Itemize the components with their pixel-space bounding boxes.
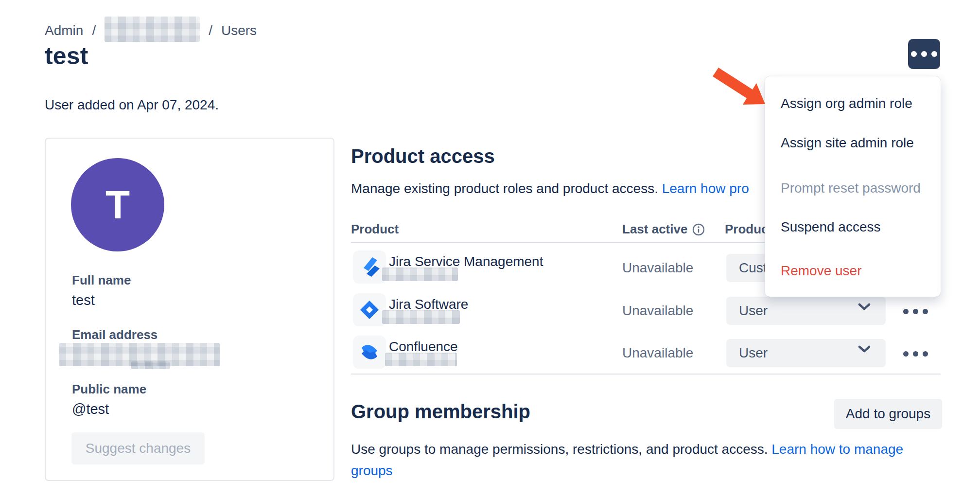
- more-dots-icon: [913, 309, 918, 314]
- redacted-product-subtitle: [385, 353, 457, 366]
- jira-software-icon: [353, 293, 386, 326]
- breadcrumb-users-link[interactable]: Users: [221, 23, 257, 38]
- role-select-jira-software[interactable]: User: [726, 297, 886, 325]
- row-more-button[interactable]: [899, 303, 931, 320]
- user-actions-menu: Assign org admin role Assign site admin …: [765, 76, 941, 297]
- role-select-confluence[interactable]: User: [726, 339, 886, 367]
- user-added-note: User added on Apr 07, 2024.: [45, 97, 219, 113]
- more-dots-icon: [931, 51, 937, 57]
- redacted-product-subtitle: [382, 310, 460, 324]
- avatar-initial: T: [105, 182, 130, 228]
- more-dots-icon: [911, 51, 917, 57]
- email-label: Email address: [72, 327, 158, 342]
- column-header-product: Product: [351, 222, 399, 237]
- last-active-value: Unavailable: [622, 260, 693, 276]
- menu-item-suspend-access[interactable]: Suspend access: [765, 217, 941, 237]
- more-dots-icon: [903, 351, 909, 357]
- row-more-button[interactable]: [899, 345, 931, 362]
- learn-how-link[interactable]: Learn how pro: [662, 181, 749, 196]
- profile-card: T Full name test Email address Public na…: [45, 138, 334, 481]
- product-access-heading: Product access: [351, 145, 495, 167]
- menu-item-assign-site-admin[interactable]: Assign site admin role: [765, 133, 941, 153]
- product-access-description: Manage existing product roles and produc…: [351, 181, 749, 196]
- avatar: T: [71, 158, 164, 251]
- table-row: Confluence Unavailable User: [351, 334, 941, 376]
- suggest-changes-button[interactable]: Suggest changes: [71, 432, 205, 464]
- more-dots-icon: [913, 351, 918, 357]
- jira-service-management-icon: [353, 250, 386, 284]
- redacted-product-subtitle: [382, 268, 458, 281]
- more-dots-icon: [903, 309, 909, 314]
- confluence-icon: [353, 336, 386, 369]
- add-to-groups-button[interactable]: Add to groups: [834, 399, 942, 429]
- group-membership-heading: Group membership: [351, 401, 530, 423]
- breadcrumb: Admin / / Users: [45, 19, 257, 42]
- page-title: test: [45, 42, 88, 70]
- breadcrumb-separator: /: [92, 23, 96, 38]
- table-row: Jira Software Unavailable User: [351, 291, 941, 334]
- redacted-email-value: [131, 361, 170, 369]
- user-actions-more-button[interactable]: [908, 39, 940, 69]
- menu-item-remove-user[interactable]: Remove user: [765, 261, 941, 281]
- group-membership-description-text: Use groups to manage permissions, restri…: [351, 442, 768, 457]
- annotation-arrow-icon: [711, 66, 772, 108]
- menu-item-prompt-reset-password[interactable]: Prompt reset password: [765, 179, 941, 198]
- more-dots-icon: [923, 309, 928, 314]
- last-active-value: Unavailable: [622, 303, 693, 319]
- more-dots-icon: [923, 351, 928, 357]
- column-header-last-active: Last active: [622, 222, 705, 237]
- breadcrumb-separator: /: [209, 23, 212, 38]
- menu-item-assign-org-admin[interactable]: Assign org admin role: [765, 94, 941, 113]
- breadcrumb-admin-link[interactable]: Admin: [45, 23, 83, 38]
- info-icon[interactable]: [692, 223, 705, 236]
- group-membership-description: Use groups to manage permissions, restri…: [351, 439, 948, 482]
- product-access-description-text: Manage existing product roles and produc…: [351, 181, 658, 196]
- last-active-value: Unavailable: [622, 345, 693, 361]
- admin-user-detail-page: Admin / / Users test User added on Apr 0…: [0, 0, 980, 500]
- full-name-label: Full name: [72, 273, 131, 288]
- public-name-value: @test: [72, 401, 109, 417]
- redacted-org-name: [105, 17, 200, 42]
- more-dots-icon: [921, 51, 927, 57]
- public-name-label: Public name: [72, 382, 146, 397]
- full-name-value: test: [72, 292, 95, 308]
